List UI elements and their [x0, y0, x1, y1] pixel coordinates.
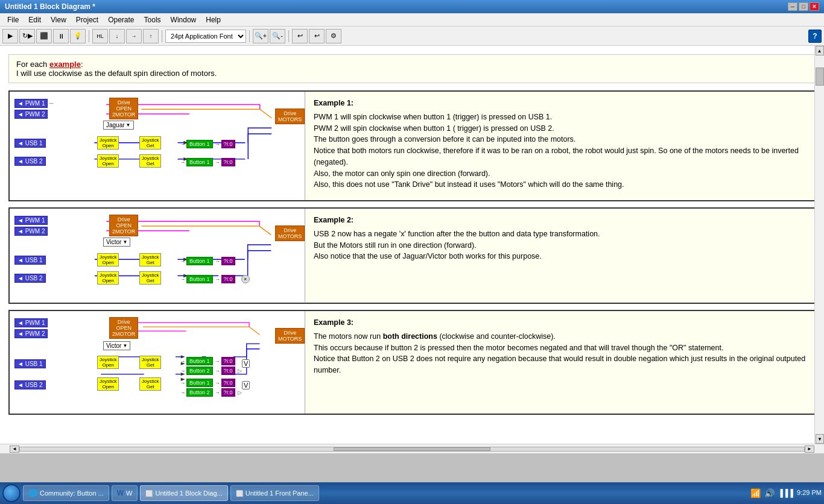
pwm2-label: ◄ PWM 2 — [14, 110, 48, 119]
taskbar-community[interactable]: 🌐 Community: Button ... — [23, 485, 109, 501]
example1-line2: PWM 2 will spin clockwise when button 1 … — [314, 123, 806, 134]
h-scroll-track[interactable] — [19, 447, 805, 452]
example2-section: ◄ PWM 1 ◄ PWM 2 Drive OPEN 2MOTOR — [8, 207, 816, 304]
example2-line2: But the Motors still run in one directio… — [314, 240, 806, 251]
ex3-victor-selector[interactable]: Victor ▼ — [103, 341, 130, 350]
start-button[interactable] — [2, 484, 21, 502]
pwm2-row: ◄ PWM 2 — [14, 110, 48, 119]
ex3-button1-block1: Button 1 — [186, 357, 213, 365]
ex3-or2: V — [242, 381, 250, 389]
ex3-joy-open-1-block: Joystick Open — [97, 356, 119, 369]
taskbar: 🌐 Community: Button ... W W ⬜ Untitled 1… — [0, 482, 824, 504]
joy-get-2: Joystick Get — [139, 154, 161, 168]
taskbar-word[interactable]: W W — [112, 485, 138, 501]
separator-3 — [249, 30, 250, 42]
taskbar-front-panel[interactable]: ⬜ Untitled 1 Front Pane... — [230, 485, 319, 501]
ex2-joy-get-2-block: Joystick Get — [139, 271, 161, 285]
menu-view[interactable]: View — [46, 14, 71, 25]
scroll-thumb[interactable] — [816, 68, 824, 86]
ex3-btn2-row1: → Button 2 → ?I:0 ▷ — [180, 367, 242, 375]
ex3-convert1b: ?I:0 — [221, 367, 235, 375]
ex3-button2-block1: Button 2 — [186, 367, 213, 375]
ex2-drive-open-motor: Drive OPEN 2MOTOR — [109, 215, 138, 236]
minimize-button[interactable]: ─ — [788, 2, 797, 11]
step-out-button[interactable]: ↑ — [143, 29, 159, 43]
button1-row2: → Button 1 → ?I:0 — [180, 158, 235, 166]
ex2-joy-get-1: Joystick Get — [139, 253, 161, 266]
font-selector[interactable]: 24pt Application Font — [165, 30, 246, 43]
highlight-button[interactable]: HL — [92, 29, 108, 43]
ex3-button1-block2: Button 1 — [186, 379, 213, 387]
zoom-in-button[interactable]: 🔍+ — [253, 29, 268, 43]
example2-line1: USB 2 now has a negate 'x' function afte… — [314, 228, 806, 240]
example2-text: Example 2: USB 2 now has a negate 'x' fu… — [305, 209, 814, 303]
window-controls[interactable]: ─ □ ✕ — [788, 2, 819, 11]
button1-row1: → Button 1 → ?I:0 — [180, 140, 235, 148]
ex3-usb1-label: ◄ USB 1 — [14, 359, 46, 368]
ex3-usb2-row: ◄ USB 2 — [14, 380, 46, 389]
ex2-button1-block2: Button 1 — [186, 275, 213, 283]
ex2-joy-open-1-block: Joystick Open — [97, 253, 119, 266]
ex2-convert1: ?I:0 — [221, 257, 235, 265]
vertical-scrollbar[interactable]: ▲ ▼ — [814, 46, 824, 444]
ex2-victor-selector[interactable]: Victor ▼ — [103, 238, 130, 247]
undo-button[interactable]: ↩ — [292, 29, 308, 43]
ex3-btn2-row2: → Button 2 → ?I:0 ▷ — [180, 388, 242, 397]
step-into-button[interactable]: ↓ — [109, 29, 125, 43]
diagram-canvas[interactable]: For each example: I will use clockwise a… — [0, 46, 824, 444]
ex3-joy-get-2-block: Joystick Get — [139, 377, 161, 391]
ex2-joy-get-2: Joystick Get — [139, 271, 161, 285]
ex2-usb1-label: ◄ USB 1 — [14, 256, 46, 265]
horizontal-scrollbar[interactable]: ◄ ► — [0, 444, 824, 453]
pause-button[interactable]: ⏸ — [53, 29, 69, 43]
pwm1-row: ◄ PWM 1 ─ — [14, 99, 54, 108]
light-button[interactable]: 💡 — [70, 29, 86, 43]
ex2-joy-open-2: Joystick Open — [97, 271, 119, 285]
settings-button[interactable]: ⚙ — [326, 29, 341, 43]
example1-section: ◄ PWM 1 ─ ◄ PWM 2 Drive OPEN 2MOTOR — [8, 90, 816, 201]
button1-block2: Button 1 — [186, 158, 213, 166]
menu-tools[interactable]: Tools — [139, 14, 166, 25]
taskbar-block-diagram[interactable]: ⬜ Untitled 1 Block Diag... — [140, 485, 227, 501]
h-scroll-thumb[interactable] — [334, 447, 490, 451]
help-button[interactable]: ? — [808, 30, 822, 43]
ex3-drive-motors-right: Drive MOTORS — [275, 328, 305, 344]
menu-window[interactable]: Window — [166, 14, 201, 25]
ex3-button2-block2: Button 2 — [186, 388, 213, 397]
menu-project[interactable]: Project — [71, 14, 103, 25]
menu-edit[interactable]: Edit — [24, 14, 46, 25]
example1-line6: Also, this does not use "Tank Drive" but… — [314, 179, 806, 191]
joy-get-2-block: Joystick Get — [139, 154, 161, 168]
joy-open-2: Joystick Open — [97, 154, 119, 168]
joy-open-1: Joystick Open — [97, 136, 119, 150]
menu-bar: File Edit View Project Operate Tools Win… — [0, 13, 824, 27]
step-over-button[interactable]: → — [126, 29, 142, 43]
drive-motors: Drive MOTORS — [275, 109, 305, 124]
ex3-convert1a: ?I:0 — [221, 357, 235, 365]
system-clock: 9:29 PM — [797, 488, 822, 497]
ex3-btn1-row1: → Button 1 → ?I:0 — [180, 357, 235, 365]
convert1: ?I:0 — [221, 140, 235, 148]
run-continuous-button[interactable]: ↻▶ — [19, 29, 35, 43]
menu-help[interactable]: Help — [201, 14, 226, 25]
redo-button[interactable]: ↩ — [309, 29, 325, 43]
ex3-btn1-row2: → Button 1 → ?I:0 — [180, 379, 235, 387]
example3-text: Example 3: The motors now run both direc… — [305, 311, 814, 414]
maximize-button[interactable]: □ — [799, 2, 808, 11]
network-icon: 📶 — [750, 488, 761, 498]
menu-file[interactable]: File — [2, 14, 24, 25]
arrow1: ─ — [49, 100, 53, 107]
jaguar-selector[interactable]: Jaguar ▼ — [103, 121, 134, 130]
drive-motors-right: Drive MOTORS — [275, 109, 305, 124]
close-button[interactable]: ✕ — [810, 2, 819, 11]
abort-button[interactable]: ⬛ — [36, 29, 52, 43]
run-button[interactable]: ▶ — [2, 29, 18, 43]
menu-operate[interactable]: Operate — [103, 14, 139, 25]
ex3-drive-block: Drive OPEN 2MOTOR — [109, 317, 138, 339]
ex2-usb1-row: ◄ USB 1 — [14, 256, 46, 265]
example2-title: Example 2: — [314, 215, 806, 226]
example1-text: Example 1: PWM 1 will spin clockwise whe… — [305, 92, 814, 200]
example3-line1: The motors now run both directions (cloc… — [314, 331, 806, 342]
ex3-pwm1-label: ◄ PWM 1 — [14, 318, 48, 327]
zoom-out-button[interactable]: 🔍- — [270, 29, 285, 43]
